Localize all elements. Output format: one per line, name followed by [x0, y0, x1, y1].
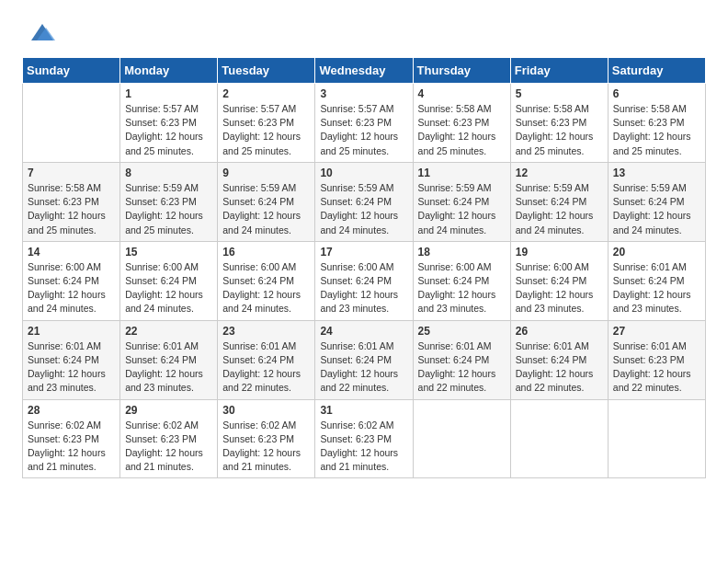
- header-cell-friday: Friday: [510, 58, 608, 84]
- day-number: 2: [222, 87, 310, 100]
- day-cell: 13Sunrise: 5:59 AMSunset: 6:24 PMDayligh…: [608, 162, 705, 241]
- day-info: Sunrise: 5:59 AMSunset: 6:24 PMDaylight:…: [516, 181, 603, 237]
- day-info: Sunrise: 5:59 AMSunset: 6:24 PMDaylight:…: [613, 181, 700, 237]
- day-info: Sunrise: 6:01 AMSunset: 6:24 PMDaylight:…: [28, 339, 115, 396]
- day-info: Sunrise: 5:58 AMSunset: 6:23 PMDaylight:…: [418, 102, 506, 158]
- day-cell: 12Sunrise: 5:59 AMSunset: 6:24 PMDayligh…: [510, 162, 608, 241]
- week-row-4: 21Sunrise: 6:01 AMSunset: 6:24 PMDayligh…: [23, 320, 706, 399]
- day-number: 5: [516, 87, 603, 100]
- day-cell: [510, 399, 608, 478]
- day-info: Sunrise: 6:01 AMSunset: 6:24 PMDaylight:…: [125, 339, 212, 396]
- day-info: Sunrise: 6:00 AMSunset: 6:24 PMDaylight:…: [125, 260, 212, 316]
- week-row-3: 14Sunrise: 6:00 AMSunset: 6:24 PMDayligh…: [23, 241, 706, 320]
- day-cell: 14Sunrise: 6:00 AMSunset: 6:24 PMDayligh…: [23, 241, 120, 320]
- day-info: Sunrise: 5:59 AMSunset: 6:24 PMDaylight:…: [418, 181, 506, 237]
- day-cell: 21Sunrise: 6:01 AMSunset: 6:24 PMDayligh…: [23, 320, 120, 399]
- day-cell: 23Sunrise: 6:01 AMSunset: 6:24 PMDayligh…: [218, 320, 315, 399]
- day-number: 29: [125, 404, 212, 417]
- day-cell: [23, 84, 120, 163]
- day-cell: 11Sunrise: 5:59 AMSunset: 6:24 PMDayligh…: [413, 162, 510, 241]
- day-info: Sunrise: 5:57 AMSunset: 6:23 PMDaylight:…: [125, 102, 212, 158]
- day-info: Sunrise: 6:01 AMSunset: 6:23 PMDaylight:…: [613, 339, 700, 396]
- day-info: Sunrise: 5:58 AMSunset: 6:23 PMDaylight:…: [613, 102, 700, 158]
- day-cell: 5Sunrise: 5:58 AMSunset: 6:23 PMDaylight…: [510, 84, 608, 163]
- day-cell: 27Sunrise: 6:01 AMSunset: 6:23 PMDayligh…: [608, 320, 705, 399]
- day-number: 22: [125, 325, 212, 338]
- day-number: 19: [516, 246, 603, 259]
- day-number: 1: [125, 87, 212, 100]
- day-cell: 10Sunrise: 5:59 AMSunset: 6:24 PMDayligh…: [315, 162, 413, 241]
- day-cell: 28Sunrise: 6:02 AMSunset: 6:23 PMDayligh…: [23, 399, 120, 478]
- day-number: 7: [28, 167, 115, 179]
- day-number: 25: [418, 325, 506, 338]
- day-number: 31: [320, 404, 407, 417]
- day-cell: 16Sunrise: 6:00 AMSunset: 6:24 PMDayligh…: [218, 241, 315, 320]
- day-info: Sunrise: 6:02 AMSunset: 6:23 PMDaylight:…: [320, 419, 407, 475]
- day-cell: 3Sunrise: 5:57 AMSunset: 6:23 PMDaylight…: [315, 84, 413, 163]
- calendar-body: 1Sunrise: 5:57 AMSunset: 6:23 PMDaylight…: [23, 84, 706, 478]
- day-number: 14: [28, 246, 115, 259]
- day-number: 11: [418, 167, 506, 179]
- day-number: 4: [418, 87, 506, 100]
- day-number: 24: [320, 325, 407, 338]
- header-cell-thursday: Thursday: [413, 58, 510, 84]
- logo-icon: [28, 20, 57, 44]
- day-info: Sunrise: 5:59 AMSunset: 6:24 PMDaylight:…: [320, 181, 407, 237]
- day-cell: 20Sunrise: 6:01 AMSunset: 6:24 PMDayligh…: [608, 241, 705, 320]
- header-cell-tuesday: Tuesday: [218, 58, 315, 84]
- day-info: Sunrise: 5:57 AMSunset: 6:23 PMDaylight:…: [222, 102, 310, 158]
- calendar-header: SundayMondayTuesdayWednesdayThursdayFrid…: [23, 58, 706, 84]
- day-info: Sunrise: 5:58 AMSunset: 6:23 PMDaylight:…: [28, 181, 115, 237]
- day-info: Sunrise: 6:02 AMSunset: 6:23 PMDaylight:…: [222, 419, 310, 475]
- day-number: 9: [222, 167, 310, 179]
- day-number: 27: [613, 325, 700, 338]
- day-info: Sunrise: 5:57 AMSunset: 6:23 PMDaylight:…: [320, 102, 407, 158]
- day-info: Sunrise: 5:59 AMSunset: 6:23 PMDaylight:…: [125, 181, 212, 237]
- day-cell: 4Sunrise: 5:58 AMSunset: 6:23 PMDaylight…: [413, 84, 510, 163]
- header-cell-monday: Monday: [120, 58, 218, 84]
- day-cell: 1Sunrise: 5:57 AMSunset: 6:23 PMDaylight…: [120, 84, 218, 163]
- day-info: Sunrise: 6:00 AMSunset: 6:24 PMDaylight:…: [222, 260, 310, 316]
- day-number: 6: [613, 87, 700, 100]
- week-row-5: 28Sunrise: 6:02 AMSunset: 6:23 PMDayligh…: [23, 399, 706, 478]
- day-cell: 22Sunrise: 6:01 AMSunset: 6:24 PMDayligh…: [120, 320, 218, 399]
- day-cell: 2Sunrise: 5:57 AMSunset: 6:23 PMDaylight…: [218, 84, 315, 163]
- day-number: 20: [613, 246, 700, 259]
- day-info: Sunrise: 6:01 AMSunset: 6:24 PMDaylight:…: [320, 339, 407, 396]
- day-cell: 8Sunrise: 5:59 AMSunset: 6:23 PMDaylight…: [120, 162, 218, 241]
- day-info: Sunrise: 5:58 AMSunset: 6:23 PMDaylight:…: [516, 102, 603, 158]
- day-cell: 24Sunrise: 6:01 AMSunset: 6:24 PMDayligh…: [315, 320, 413, 399]
- day-cell: 6Sunrise: 5:58 AMSunset: 6:23 PMDaylight…: [608, 84, 705, 163]
- header-cell-saturday: Saturday: [608, 58, 705, 84]
- header-row: SundayMondayTuesdayWednesdayThursdayFrid…: [23, 58, 706, 84]
- day-cell: 31Sunrise: 6:02 AMSunset: 6:23 PMDayligh…: [315, 399, 413, 478]
- day-info: Sunrise: 6:01 AMSunset: 6:24 PMDaylight:…: [222, 339, 310, 396]
- day-info: Sunrise: 6:02 AMSunset: 6:23 PMDaylight:…: [125, 419, 212, 475]
- day-cell: [413, 399, 510, 478]
- header-cell-wednesday: Wednesday: [315, 58, 413, 84]
- day-info: Sunrise: 6:01 AMSunset: 6:24 PMDaylight:…: [418, 339, 506, 396]
- day-cell: 30Sunrise: 6:02 AMSunset: 6:23 PMDayligh…: [218, 399, 315, 478]
- day-info: Sunrise: 6:01 AMSunset: 6:24 PMDaylight:…: [516, 339, 603, 396]
- day-cell: 15Sunrise: 6:00 AMSunset: 6:24 PMDayligh…: [120, 241, 218, 320]
- day-number: 23: [222, 325, 310, 338]
- day-number: 21: [28, 325, 115, 338]
- day-number: 28: [28, 404, 115, 417]
- day-number: 8: [125, 167, 212, 179]
- day-number: 13: [613, 167, 700, 179]
- day-info: Sunrise: 6:01 AMSunset: 6:24 PMDaylight:…: [613, 260, 700, 316]
- day-number: 16: [222, 246, 310, 259]
- day-number: 3: [320, 87, 407, 100]
- day-cell: 29Sunrise: 6:02 AMSunset: 6:23 PMDayligh…: [120, 399, 218, 478]
- day-cell: 26Sunrise: 6:01 AMSunset: 6:24 PMDayligh…: [510, 320, 608, 399]
- header: [22, 18, 706, 44]
- day-number: 17: [320, 246, 407, 259]
- calendar-table: SundayMondayTuesdayWednesdayThursdayFrid…: [22, 57, 706, 478]
- day-cell: 7Sunrise: 5:58 AMSunset: 6:23 PMDaylight…: [23, 162, 120, 241]
- day-number: 12: [516, 167, 603, 179]
- day-info: Sunrise: 5:59 AMSunset: 6:24 PMDaylight:…: [222, 181, 310, 237]
- logo: [22, 18, 57, 44]
- day-cell: 9Sunrise: 5:59 AMSunset: 6:24 PMDaylight…: [218, 162, 315, 241]
- week-row-1: 1Sunrise: 5:57 AMSunset: 6:23 PMDaylight…: [23, 84, 706, 163]
- day-number: 15: [125, 246, 212, 259]
